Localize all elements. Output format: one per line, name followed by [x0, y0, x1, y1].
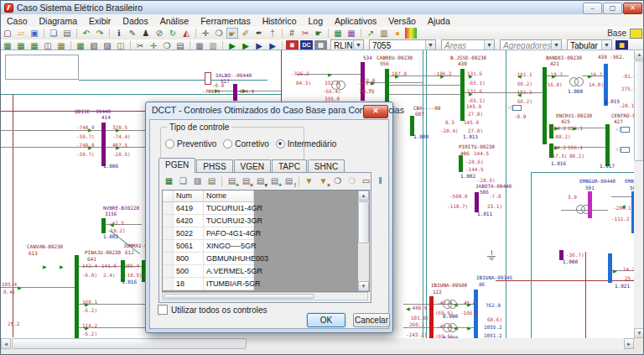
scroll-down-icon[interactable]: ▼	[634, 328, 644, 338]
radio-dot-icon[interactable]	[165, 139, 174, 149]
erase-icon[interactable]: ⊘	[153, 28, 165, 39]
zoom-icon[interactable]: ❍	[213, 28, 225, 39]
filter-clear-icon[interactable]: ▼×	[317, 175, 330, 187]
menu-diagrama[interactable]: Diagrama	[34, 16, 84, 26]
radio-corretivo[interactable]: Corretivo	[223, 139, 269, 149]
row-selector[interactable]	[163, 202, 174, 215]
bus-bar[interactable]	[101, 218, 106, 233]
tab-tapc[interactable]: TAPC	[272, 159, 307, 173]
dialog-close-icon[interactable]: ✕	[363, 105, 388, 118]
export-screen-icon[interactable]: ▦	[163, 175, 175, 187]
table-cell[interactable]: ITUMBIAR-5GR	[204, 278, 254, 290]
chart-bars-icon[interactable]: ▥	[378, 28, 390, 39]
figure-icon[interactable]: ♟	[140, 28, 152, 39]
table-cell[interactable]: 6419	[174, 202, 204, 215]
scroll-right-icon[interactable]: ►	[624, 338, 634, 349]
menu-dados[interactable]: Dados	[117, 16, 153, 26]
open-folder-icon[interactable]: ▱	[15, 28, 27, 39]
table-cell[interactable]: TUCURUI2-3GR	[204, 215, 254, 227]
chart-line-icon[interactable]: ↗	[365, 28, 377, 39]
table-b-icon[interactable]: ▦	[345, 28, 357, 39]
controls-table[interactable]: NumNome6419TUCURUI1-4GR6420TUCURUI2-3GR5…	[162, 190, 370, 292]
tab-shnc[interactable]: SHNC	[308, 159, 345, 173]
insert-row-icon[interactable]: ▤+	[226, 175, 238, 187]
menu-ajuda[interactable]: Ajuda	[422, 16, 456, 26]
grid-hscrollbar[interactable]	[162, 292, 368, 300]
table-cell[interactable]: 18	[174, 278, 204, 290]
menu-versão[interactable]: Versão	[382, 16, 422, 26]
bus-bar[interactable]	[608, 253, 612, 283]
hand2-icon[interactable]: ☛	[313, 28, 325, 39]
refresh-icon[interactable]: ↻	[167, 28, 179, 39]
grid-vscrollbar[interactable]: ▲▼	[358, 191, 369, 291]
checkbox-box[interactable]	[158, 305, 168, 315]
use-all-controls-checkbox[interactable]: Utilizar todos os controles	[158, 305, 267, 315]
menu-ferramentas[interactable]: Ferramentas	[195, 16, 257, 26]
table-cell[interactable]: 5061	[174, 240, 204, 253]
row-selector[interactable]	[163, 227, 174, 240]
table-a-icon[interactable]: ▦	[332, 28, 344, 39]
base-color-swatch[interactable]	[630, 29, 642, 39]
pin-icon[interactable]: ✒	[253, 28, 265, 39]
bus-bar[interactable]	[475, 192, 479, 212]
tab-phss[interactable]: PHSS	[196, 159, 232, 173]
table-cell[interactable]: 800	[174, 253, 204, 265]
column-header-nome[interactable]: Nome	[204, 191, 254, 202]
copy-icon[interactable]: ❏	[48, 28, 60, 39]
radio-intermediário[interactable]: Intermediário	[276, 139, 336, 149]
info-icon[interactable]: ℹ	[113, 28, 125, 39]
row-selector[interactable]	[163, 265, 174, 278]
append-row-icon[interactable]: ▤+	[268, 175, 281, 187]
paste-icon[interactable]: ▨	[191, 175, 204, 187]
bus-bar[interactable]	[459, 155, 463, 172]
bus-bar[interactable]	[605, 124, 610, 166]
maximize-button[interactable]: ▢	[603, 3, 622, 14]
marker-icon[interactable]: †	[267, 28, 278, 39]
save-icon[interactable]: ▣	[29, 28, 40, 39]
minimize-button[interactable]: –	[583, 3, 602, 14]
filter-icon[interactable]: ▼	[303, 175, 315, 187]
table-cell[interactable]: 5022	[174, 227, 204, 240]
bird-icon[interactable]: ●	[392, 28, 403, 39]
menu-exibir[interactable]: Exibir	[83, 16, 117, 26]
edit-icon[interactable]: ✎	[127, 28, 138, 39]
ok-button[interactable]: OK	[307, 313, 345, 327]
tab-vgen[interactable]: VGEN	[234, 159, 271, 173]
table-cell[interactable]: 500	[174, 265, 204, 278]
radio-dot-icon[interactable]	[223, 139, 232, 149]
bus-bar[interactable]	[233, 84, 237, 101]
alert-icon[interactable]: ◭	[180, 28, 192, 39]
radio-dot-icon[interactable]	[276, 139, 285, 149]
menu-análise[interactable]: Análise	[154, 16, 195, 26]
delete-row-icon[interactable]: ▤×	[240, 175, 252, 187]
cut-figure-icon[interactable]: ✂	[299, 28, 311, 39]
hscroll-thumb[interactable]	[12, 338, 247, 349]
redo-icon[interactable]: ↷	[94, 28, 106, 39]
print-icon[interactable]: ▤	[61, 28, 73, 39]
gradient-icon[interactable]	[405, 28, 417, 39]
menu-histórico[interactable]: Histórico	[257, 16, 303, 26]
bus-bar[interactable]	[543, 67, 547, 144]
table-cell[interactable]: TUCURUI1-4GR	[204, 202, 254, 215]
menu-caso[interactable]: Caso	[1, 16, 34, 26]
pan-hand-icon[interactable]: ☛	[226, 28, 238, 39]
print-icon[interactable]: ▤	[205, 175, 218, 187]
radio-preventivo[interactable]: Preventivo	[165, 139, 216, 149]
menu-aplicativos[interactable]: Aplicativos	[329, 16, 382, 26]
move-row-icon[interactable]: ▤▾	[254, 175, 267, 187]
new-file-icon[interactable]: ▢	[2, 28, 13, 39]
bus-bar[interactable]	[460, 69, 465, 121]
row-alert-icon[interactable]: ▤!	[283, 175, 295, 187]
scroll-up-icon[interactable]: ▲	[634, 50, 644, 60]
scroll-left-icon[interactable]: ◄	[1, 338, 11, 349]
table-cell[interactable]: XINGO----5GR	[204, 240, 254, 253]
row-selector[interactable]	[163, 215, 174, 227]
vscroll-thumb[interactable]	[634, 60, 644, 161]
column-header-num[interactable]: Num	[174, 191, 204, 202]
canvas-hscrollbar[interactable]: ◄ ►	[1, 338, 634, 349]
undo-icon[interactable]: ↶	[80, 28, 92, 39]
canvas-vscrollbar[interactable]: ▲ ▼	[634, 50, 644, 338]
grid-hash-icon[interactable]: #	[286, 28, 298, 39]
cancel-button[interactable]: Cancelar	[353, 313, 390, 327]
row-selector[interactable]	[163, 278, 174, 290]
